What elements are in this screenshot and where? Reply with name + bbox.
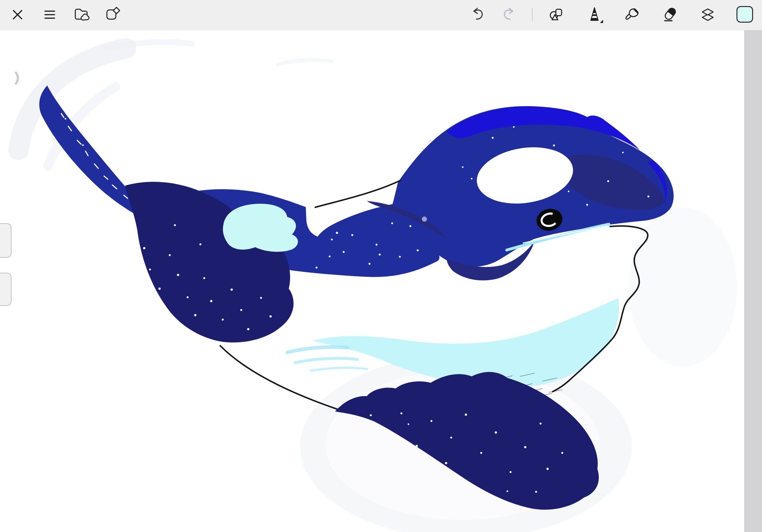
marker-tool-button[interactable] [584,4,605,25]
shape-import-icon [104,6,122,24]
close-icon [9,6,27,24]
smudge-tool-button[interactable] [622,4,643,25]
redo-button[interactable] [498,4,518,25]
background-washes [16,42,737,532]
canvas-edge-strip [744,30,762,532]
drawing-app-window: { "window": { "width": 2388, "height": 1… [0,0,762,532]
folder-cloud-icon [73,6,91,24]
gallery-button[interactable] [71,4,92,25]
undo-button[interactable] [468,4,489,25]
shapes-tool-icon [548,6,566,24]
smudge-tool-icon [624,6,642,24]
eraser-tool-icon [661,6,679,24]
side-handle-bottom[interactable] [0,273,12,306]
redo-icon [499,6,517,24]
side-handle-top[interactable] [0,223,12,258]
shape-import-button[interactable] [103,4,123,25]
layers-button[interactable] [698,4,718,25]
eraser-tool-button[interactable] [660,4,680,25]
color-swatch[interactable] [736,6,753,23]
menu-button[interactable] [39,4,60,25]
tool-options-indicator [600,20,603,23]
shapes-tool-button[interactable] [547,4,567,25]
menu-icon [41,6,59,24]
toolbar [0,0,762,30]
layers-icon [699,6,717,24]
whale-artwork [0,30,744,532]
drawing-canvas[interactable] [0,30,744,532]
close-button[interactable] [7,4,28,25]
undo-icon [470,6,488,24]
marker-tool-icon [585,6,603,24]
toolbar-divider [532,8,533,21]
